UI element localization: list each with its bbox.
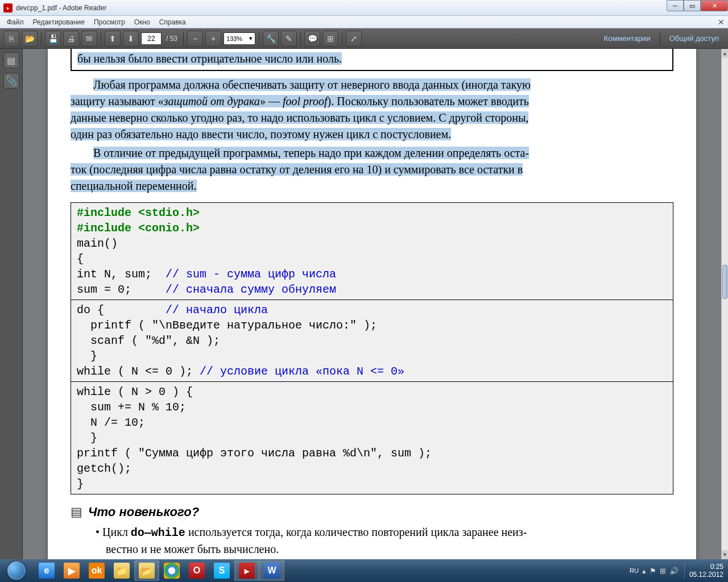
comments-link[interactable]: Комментарии [598, 34, 656, 43]
menu-file[interactable]: Файл [2, 17, 28, 27]
zoom-in-icon[interactable]: + [205, 31, 221, 47]
tools-icon[interactable]: 🔧 [263, 31, 279, 47]
lang-indicator[interactable]: RU [630, 567, 639, 574]
section-heading: ▤ Что новенького? [71, 505, 673, 519]
windows-orb-icon [7, 562, 26, 580]
taskbar-odnoklassniki[interactable]: ok [84, 560, 109, 581]
export-pdf-icon[interactable]: ⎘ [3, 31, 19, 47]
taskbar-ie[interactable]: e [34, 560, 59, 581]
separator [300, 32, 301, 45]
system-tray: RU ▴ ⚑ ⊞ 🔊 0:25 05.12.2012 [630, 563, 727, 579]
start-button[interactable] [1, 560, 32, 581]
tray-chevron-icon[interactable]: ▴ [642, 567, 646, 575]
bullet-item: • Цикл do—while используется тогда, когд… [96, 524, 673, 557]
page-up-icon[interactable]: ⬆ [105, 31, 121, 47]
paragraph: В отличие от предыдущей программы, тепер… [71, 145, 673, 194]
sidebar: ▤ 📎 [0, 49, 23, 559]
code-block: #include <stdio.h> #include <conio.h> ma… [71, 202, 673, 494]
heading-text: Что новенького? [88, 505, 199, 519]
comment-icon[interactable]: 💬 [304, 31, 320, 47]
taskbar-explorer[interactable]: 📁 [109, 560, 134, 581]
clock[interactable]: 0:25 05.12.2012 [684, 563, 723, 579]
window-title: devcpp_1.pdf - Adobe Reader [16, 4, 106, 12]
page-number-input[interactable] [141, 32, 162, 45]
scrollbar-thumb[interactable] [722, 265, 727, 299]
maximize-button[interactable]: ▭ [684, 0, 701, 11]
menu-view[interactable]: Просмотр [89, 17, 130, 27]
menu-edit[interactable]: Редактирование [28, 17, 89, 27]
toolbar: ⎘ 📂 💾 🖨 ✉ ⬆ ⬇ / 53 − + 133%▾ 🔧 ✎ 💬 ⊞ ⤢ К… [0, 28, 728, 49]
open-icon[interactable]: 📂 [22, 31, 38, 47]
document-area[interactable]: бы нельзя было ввести отрицательное числ… [23, 49, 721, 559]
taskbar-chrome[interactable]: ○ [159, 560, 184, 581]
text-highlighted: бы нельзя было ввести отрицательное числ… [77, 52, 342, 65]
clock-date: 05.12.2012 [689, 571, 723, 579]
taskbar-skype[interactable]: S [209, 560, 234, 581]
scroll-down-icon[interactable]: ▼ [722, 550, 728, 559]
scroll-up-icon[interactable]: ▲ [722, 49, 728, 58]
close-doc-icon[interactable]: ✕ [718, 18, 725, 27]
sign-icon[interactable]: ✎ [281, 31, 297, 47]
page-total-label: / 53 [164, 35, 180, 43]
menubar: Файл Редактирование Просмотр Окно Справк… [0, 16, 728, 28]
print-icon[interactable]: 🖨 [63, 31, 79, 47]
page-down-icon[interactable]: ⬇ [123, 31, 139, 47]
boxed-text: бы нельзя было ввести отрицательное числ… [71, 49, 673, 71]
book-icon: ▤ [71, 505, 82, 519]
zoom-value: 133% [226, 35, 242, 42]
taskbar-media[interactable]: ▶ [59, 560, 84, 581]
save-icon[interactable]: 💾 [45, 31, 61, 47]
vertical-scrollbar[interactable]: ▲ ▼ [721, 49, 728, 559]
tray-volume-icon[interactable]: 🔊 [669, 567, 679, 575]
pdf-icon: ▸ [3, 3, 13, 13]
tray-network-icon[interactable]: ⊞ [660, 567, 666, 575]
chevron-down-icon: ▾ [249, 35, 253, 42]
separator [660, 32, 660, 45]
titlebar: ▸ devcpp_1.pdf - Adobe Reader ─ ▭ ✕ [0, 0, 728, 16]
clock-time: 0:25 [689, 563, 723, 571]
code-section: #include <stdio.h> #include <conio.h> ma… [71, 203, 673, 300]
taskbar: e ▶ ok 📁 📂 ○ O S ▸ W RU ▴ ⚑ ⊞ 🔊 0:25 05.… [0, 559, 728, 582]
menu-window[interactable]: Окно [130, 17, 155, 27]
share-link[interactable]: Общий доступ [664, 34, 725, 43]
separator [259, 32, 259, 45]
code-section: while ( N > 0 ) { sum += N % 10; N /= 10… [71, 382, 673, 494]
menu-help[interactable]: Справка [155, 17, 191, 27]
stamp-icon[interactable]: ⊞ [322, 31, 338, 47]
paragraph: Любая программа должна обеспечивать защи… [71, 77, 673, 143]
email-icon[interactable]: ✉ [81, 31, 97, 47]
window-controls: ─ ▭ ✕ [667, 0, 728, 11]
close-button[interactable]: ✕ [701, 0, 728, 11]
separator [41, 32, 42, 45]
thumbnails-icon[interactable]: ▤ [3, 52, 19, 68]
read-mode-icon[interactable]: ⤢ [346, 31, 362, 47]
taskbar-folder[interactable]: 📂 [134, 560, 159, 581]
minimize-button[interactable]: ─ [667, 0, 684, 11]
zoom-select[interactable]: 133%▾ [224, 32, 255, 45]
taskbar-word[interactable]: W [259, 560, 284, 581]
taskbar-opera[interactable]: O [184, 560, 209, 581]
taskbar-adobe-reader[interactable]: ▸ [234, 560, 259, 581]
separator [183, 32, 184, 45]
separator [342, 32, 342, 45]
code-section: do { // начало цикла printf ( "\nВведите… [71, 300, 673, 382]
separator [101, 32, 101, 45]
zoom-out-icon[interactable]: − [187, 31, 203, 47]
attachments-icon[interactable]: 📎 [3, 73, 19, 89]
tray-flag-icon[interactable]: ⚑ [650, 567, 656, 575]
page: бы нельзя было ввести отрицательное числ… [48, 49, 696, 559]
